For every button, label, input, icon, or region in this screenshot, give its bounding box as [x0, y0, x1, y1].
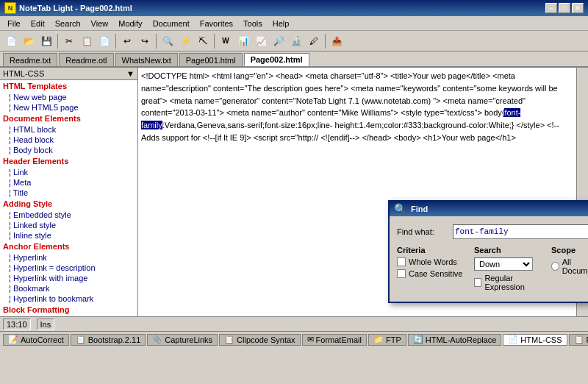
bottom-tab-html-css[interactable]: 📄 HTML-CSS — [503, 334, 567, 346]
find-what-label: Find what: — [397, 227, 448, 236]
scope-section: Scope All Documents — [551, 246, 588, 294]
left-panel-header: HTML-CSS ▼ — [0, 68, 137, 80]
all-docs-label: All Documents — [562, 257, 588, 275]
bottom-tab-bootstrap[interactable]: 📋 Bootstrap.2.11 — [71, 334, 146, 346]
scope-label: Scope — [551, 246, 588, 255]
bottom-tabs: 📝 AutoCorrect 📋 Bootstrap.2.11 📎 Capture… — [0, 331, 588, 347]
panel-item-hyperlink-bookmark[interactable]: ¦ Hyperlink to bookmark — [0, 294, 137, 304]
tb-btn-13[interactable]: 📤 — [329, 33, 345, 49]
bottom-tab-autocorrect[interactable]: 📝 AutoCorrect — [3, 334, 69, 346]
panel-item-new-html5-page[interactable]: ¦ New HTML5 page — [0, 102, 137, 113]
search-section: Search Down Up Regular Expression — [474, 246, 544, 294]
whole-words-checkbox[interactable] — [397, 257, 406, 266]
tab-bar: Readme.txt Readme.otl WhatsNew.txt Page0… — [0, 51, 588, 68]
status-mode: Ins — [37, 319, 55, 330]
tb-btn-5[interactable]: ⚡ — [177, 33, 193, 49]
app-title: NoteTab Light - Page002.html — [19, 4, 132, 13]
tb-btn-6[interactable]: ⛏ — [195, 33, 211, 49]
panel-item-hyperlink-image[interactable]: ¦ Hyperlink with image — [0, 273, 137, 283]
menu-item-search[interactable]: Search — [51, 18, 85, 29]
menu-item-help[interactable]: Help — [268, 18, 294, 29]
tab-whatsnew-txt[interactable]: WhatsNew.txt — [115, 53, 178, 66]
html-css-label: HTML-CSS — [520, 335, 562, 344]
toolbar-sep-1 — [57, 34, 58, 49]
title-bar: N NoteTab Light - Page002.html − □ ✕ — [0, 0, 588, 16]
panel-item-link[interactable]: ¦ Link — [0, 167, 137, 177]
redo-button[interactable]: ↪ — [137, 33, 153, 49]
regex-checkbox[interactable] — [474, 278, 481, 287]
panel-item-meta[interactable]: ¦ Meta — [0, 177, 137, 188]
case-sensitive-row: Case Sensitive — [397, 269, 467, 278]
section-block-formatting: Block Formatting — [0, 304, 137, 316]
html-autoreplace-label: HTML-AutoReplace — [426, 335, 497, 344]
bootstrap-label: Bootstrap.2.11 — [88, 335, 141, 344]
ftp-icon: 📁 — [373, 335, 384, 344]
panel-item-title[interactable]: ¦ Title — [0, 188, 137, 198]
tb-btn-11[interactable]: 🔬 — [288, 33, 304, 49]
tab-readme-otl[interactable]: Readme.otl — [59, 53, 113, 66]
panel-item-hyperlink-desc[interactable]: ¦ Hyperlink = description — [0, 263, 137, 273]
panel-item-new-web-page[interactable]: ¦ New web page — [0, 92, 137, 102]
panel-item-head-block[interactable]: ¦ Head block — [0, 135, 137, 145]
all-docs-radio[interactable] — [551, 262, 559, 271]
open-button[interactable]: 📂 — [21, 33, 37, 49]
save-button[interactable]: 💾 — [38, 33, 54, 49]
bottom-tab-formatemail[interactable]: ✉ FormatEmail — [302, 334, 367, 346]
case-sensitive-checkbox[interactable] — [397, 269, 406, 278]
panel-item-bookmark[interactable]: ¦ Bookmark — [0, 283, 137, 294]
bottom-tab-pasteclips[interactable]: 📋 PasteClips — [569, 334, 588, 346]
panel-item-embedded-style[interactable]: ¦ Embedded style — [0, 210, 137, 220]
bottom-tab-capturelinks[interactable]: 📎 CaptureLinks — [147, 334, 218, 346]
bottom-tab-clipcode[interactable]: 📋 Clipcode Syntax — [219, 334, 301, 346]
copy-button[interactable]: 📋 — [79, 33, 95, 49]
pasteclips-icon: 📋 — [574, 335, 584, 344]
panel-item-body-block[interactable]: ¦ Body block — [0, 145, 137, 155]
panel-item-html-block[interactable]: ¦ HTML block — [0, 124, 137, 135]
whole-words-label: Whole Words — [409, 257, 457, 266]
panel-item-linked-style[interactable]: ¦ Linked style — [0, 220, 137, 230]
panel-item-inline-style[interactable]: ¦ Inline style — [0, 230, 137, 241]
menu-item-modify[interactable]: Modify — [114, 18, 146, 29]
maximize-button[interactable]: □ — [559, 3, 570, 13]
find-dialog-body: Find what: ▼ Find Next Criteria Whole Wo… — [390, 216, 588, 302]
left-panel-arrow[interactable]: ▼ — [126, 69, 135, 78]
tab-page002-html[interactable]: Page002.html — [244, 53, 309, 66]
undo-button[interactable]: ↩ — [119, 33, 135, 49]
tb-btn-10[interactable]: 🔎 — [270, 33, 287, 49]
paste-button[interactable]: 📄 — [96, 33, 112, 49]
find-what-input[interactable] — [453, 224, 588, 239]
search-direction-select[interactable]: Down Up — [474, 257, 533, 271]
new-button[interactable]: 📄 — [3, 33, 19, 49]
tb-btn-7[interactable]: W — [218, 33, 234, 49]
cut-button[interactable]: ✂ — [61, 33, 77, 49]
menu-item-document[interactable]: Document — [148, 18, 194, 29]
editor-wrapper: <!DOCTYPE html> <html lang="en"> <head> … — [138, 68, 588, 316]
toolbar-sep-4 — [214, 34, 215, 49]
html-autoreplace-icon: 🔄 — [413, 335, 423, 344]
bottom-tab-html-autoreplace[interactable]: 🔄 HTML-AutoReplace — [408, 334, 502, 346]
find-button[interactable]: 🔍 — [159, 33, 176, 49]
menu-item-favorites[interactable]: Favorites — [196, 18, 237, 29]
menu-item-tools[interactable]: Tools — [239, 18, 267, 29]
title-bar-buttons: − □ ✕ — [545, 3, 584, 13]
bottom-tab-ftp[interactable]: 📁 FTP — [368, 334, 406, 346]
editor-line-1: <!DOCTYPE html> <html lang="en"> <head> … — [141, 71, 559, 142]
tb-btn-8[interactable]: 📊 — [235, 33, 251, 49]
app-icon: N — [4, 2, 16, 14]
panel-item-hyperlink[interactable]: ¦ Hyperlink — [0, 252, 137, 263]
html-css-icon: 📄 — [508, 335, 518, 344]
menu-item-edit[interactable]: Edit — [26, 18, 49, 29]
bootstrap-icon: 📋 — [76, 335, 86, 344]
panel-item-div[interactable]: ¦ Div — [0, 316, 137, 316]
menu-item-file[interactable]: File — [3, 18, 25, 29]
tb-btn-9[interactable]: 📈 — [253, 33, 269, 49]
tab-readme-txt[interactable]: Readme.txt — [3, 53, 57, 66]
capturelinks-label: CaptureLinks — [165, 335, 212, 344]
menu-item-view[interactable]: View — [87, 18, 113, 29]
autocorrect-icon: 📝 — [8, 335, 18, 344]
minimize-button[interactable]: − — [545, 3, 557, 13]
close-button[interactable]: ✕ — [572, 3, 584, 13]
tab-page001-html[interactable]: Page001.html — [179, 53, 243, 66]
tb-btn-12[interactable]: 🖊 — [306, 33, 322, 49]
section-header-elements: Header Elements — [0, 155, 137, 167]
